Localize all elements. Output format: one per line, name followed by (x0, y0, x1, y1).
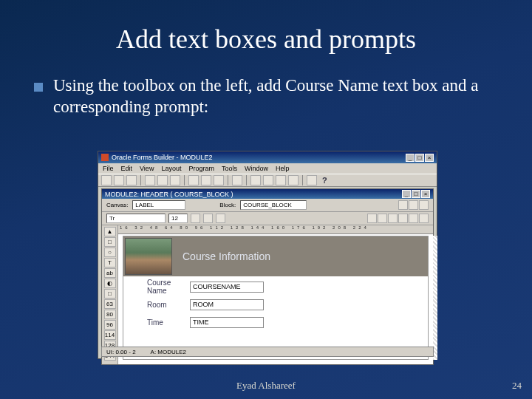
block-label: Block: (219, 202, 236, 208)
form-canvas[interactable]: Course Information Course Name COURSENAM… (123, 236, 429, 360)
font-size-dropdown[interactable]: 12 (168, 214, 188, 223)
field-row-time: Time TIME (123, 315, 428, 330)
button-tool[interactable]: □ (104, 289, 116, 299)
label-coursename: Course Name (123, 279, 190, 295)
canvas-label: Canvas: (106, 202, 128, 208)
toolbar-button[interactable] (263, 175, 273, 185)
bullet-item: Using the toolbox on the left, add Cours… (0, 55, 532, 118)
toolbar-divider (228, 175, 228, 185)
layout-editor-window: MODULE2: HEADER ( COURSE_BLOCK ) _ □ × C… (101, 188, 434, 365)
statusbar: UI: 0.00 - 2 A: MODULE2 (101, 347, 434, 357)
header-title: Course Information (183, 250, 270, 262)
status-left: UI: 0.00 - 2 (106, 349, 136, 355)
field-row-room: Room ROOM (123, 297, 428, 312)
menubar: File Edit View Layout Program Tools Wind… (98, 163, 437, 174)
canvas-area: ▲ □ ○ T ab ◐ □ 63 80 96 114 128 144 16 3… (102, 225, 433, 364)
italic-button[interactable] (203, 214, 213, 223)
inner-close-button[interactable]: × (421, 190, 430, 198)
toolbar-button[interactable] (214, 175, 224, 185)
header-image (125, 238, 172, 275)
select-tool[interactable]: ▲ (104, 227, 116, 236)
rect-tool[interactable]: □ (104, 237, 116, 247)
toolbox: ▲ □ ○ T ab ◐ □ 63 80 96 114 128 144 (102, 225, 118, 364)
font-name-dropdown[interactable]: Tr (106, 214, 166, 223)
slide-footer: Eyad Alshareef (0, 380, 532, 392)
titlebar: Oracle Forms Builder - MODULE2 _ □ × (98, 151, 437, 163)
status-right: A: MODULE2 (151, 349, 186, 355)
main-toolbar: ? (98, 174, 437, 187)
menu-window[interactable]: Window (245, 165, 268, 172)
toolbar-button[interactable] (114, 175, 124, 185)
textbox-tool[interactable]: ab (104, 268, 116, 278)
menu-file[interactable]: File (103, 165, 114, 172)
toolbar-button[interactable] (126, 175, 137, 185)
toolbar-button[interactable] (288, 175, 299, 185)
toolbar-divider (184, 175, 185, 185)
ellipse-tool[interactable]: ○ (104, 248, 116, 257)
inner-maximize-button[interactable]: □ (412, 190, 420, 198)
toolbar-button[interactable] (276, 175, 286, 185)
close-button[interactable]: × (425, 154, 434, 162)
label-room: Room (123, 301, 190, 309)
canvas-dropdown[interactable]: LABEL (132, 200, 185, 210)
tool-80[interactable]: 80 (104, 310, 116, 319)
toolbar-button[interactable] (250, 175, 261, 185)
input-time[interactable]: TIME (190, 317, 264, 328)
menu-tools[interactable]: Tools (222, 165, 237, 172)
inner-minimize-button[interactable]: _ (402, 190, 411, 198)
toolbar-button[interactable] (188, 175, 199, 185)
tool-63[interactable]: 63 (104, 299, 116, 309)
inner-titlebar: MODULE2: HEADER ( COURSE_BLOCK ) _ □ × (102, 189, 433, 199)
toolbar-button[interactable] (307, 175, 317, 185)
toolbar-button[interactable] (145, 175, 155, 185)
block-dropdown[interactable]: COURSE_BLOCK (240, 200, 307, 210)
style-button[interactable] (388, 214, 398, 223)
toolbar-divider (140, 175, 141, 185)
horizontal-ruler: 16 32 48 64 80 96 112 128 144 160 176 19… (118, 225, 433, 234)
input-room[interactable]: ROOM (190, 299, 264, 310)
bold-button[interactable] (191, 214, 200, 223)
field-row-coursename: Course Name COURSENAME (123, 279, 428, 294)
menu-program[interactable]: Program (188, 165, 214, 172)
label-time: Time (123, 318, 190, 327)
menu-help[interactable]: Help (276, 165, 290, 172)
text-tool[interactable]: T (104, 258, 116, 267)
underline-button[interactable] (216, 214, 225, 223)
font-bar: Tr 12 (102, 212, 433, 225)
align-button[interactable] (409, 200, 418, 210)
toolbar-button[interactable] (201, 175, 211, 185)
minimize-button[interactable]: _ (406, 154, 415, 162)
help-icon[interactable]: ? (322, 176, 327, 185)
align-button[interactable] (419, 200, 429, 210)
align-button[interactable] (398, 200, 408, 210)
menu-edit[interactable]: Edit (121, 165, 133, 172)
style-button[interactable] (367, 214, 377, 223)
style-button[interactable] (378, 214, 387, 223)
run-button[interactable] (232, 175, 242, 185)
input-coursename[interactable]: COURSENAME (190, 282, 264, 293)
tool-96[interactable]: 96 (104, 320, 116, 330)
menu-view[interactable]: View (140, 165, 154, 172)
style-button[interactable] (398, 214, 408, 223)
page-number: 24 (512, 380, 522, 392)
toolbar-divider (302, 175, 303, 185)
canvas-edge (433, 236, 437, 360)
inner-title-text: MODULE2: HEADER ( COURSE_BLOCK ) (105, 191, 233, 198)
maximize-button[interactable]: □ (415, 154, 424, 162)
property-bar: Canvas: LABEL Block: COURSE_BLOCK (102, 199, 433, 212)
toolbar-button[interactable] (101, 175, 112, 185)
toolbar-divider (246, 175, 247, 185)
toolbar-button[interactable] (157, 175, 168, 185)
toolbar-button[interactable] (170, 175, 180, 185)
app-icon (101, 154, 109, 161)
form-header: Course Information (123, 236, 428, 276)
menu-layout[interactable]: Layout (161, 165, 181, 172)
titlebar-text: Oracle Forms Builder - MODULE2 (112, 154, 213, 161)
tool-114[interactable]: 114 (104, 330, 116, 340)
design-surface[interactable]: 16 32 48 64 80 96 112 128 144 160 176 19… (118, 225, 433, 364)
forms-builder-window: Oracle Forms Builder - MODULE2 _ □ × Fil… (98, 151, 437, 359)
style-button[interactable] (409, 214, 418, 223)
style-button[interactable] (419, 214, 429, 223)
shape-tool[interactable]: ◐ (104, 279, 116, 288)
bullet-icon (34, 83, 43, 92)
